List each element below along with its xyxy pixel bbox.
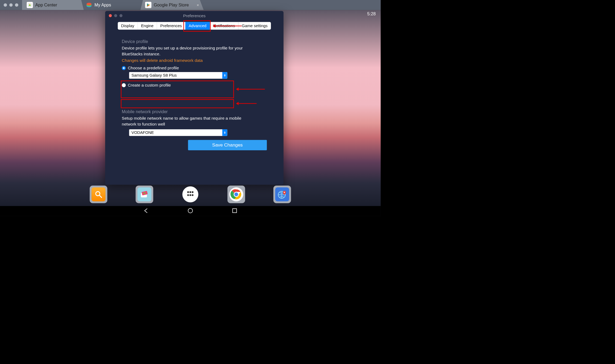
annotation-arrow-predefined bbox=[237, 89, 265, 90]
network-description: Setup mobile network name to allow games… bbox=[122, 115, 255, 127]
radio-icon bbox=[122, 66, 126, 70]
prefs-titlebar: Preferences bbox=[105, 11, 284, 20]
traffic-minimize[interactable] bbox=[9, 3, 13, 6]
chevron-updown-icon bbox=[222, 72, 227, 79]
seg-advanced[interactable]: Advanced bbox=[185, 22, 210, 30]
radio-label: Create a custom profile bbox=[128, 83, 171, 88]
network-heading: Mobile network provider bbox=[122, 109, 267, 114]
dock-media-manager[interactable] bbox=[135, 185, 153, 203]
traffic-zoom[interactable] bbox=[15, 3, 18, 6]
network-provider-select[interactable]: VODAFONE bbox=[129, 129, 227, 136]
globe-pin-icon bbox=[275, 187, 289, 201]
device-profile-description: Device profile lets you set up a device … bbox=[122, 45, 255, 57]
chevron-updown-icon bbox=[222, 129, 227, 136]
svg-point-21 bbox=[192, 194, 194, 196]
tab-app-center[interactable]: App Center bbox=[22, 0, 85, 10]
annotation-box-custom bbox=[121, 99, 234, 108]
select-value: Samsung Galaxy S8 Plus bbox=[131, 73, 177, 78]
close-icon[interactable]: × bbox=[197, 3, 199, 7]
dock bbox=[0, 183, 381, 206]
save-label: Save Changes bbox=[212, 142, 243, 148]
svg-point-16 bbox=[187, 191, 189, 193]
svg-point-19 bbox=[187, 194, 189, 196]
window-tabbar: App Center My Apps Google Play Store × bbox=[0, 0, 381, 10]
svg-point-18 bbox=[192, 191, 194, 193]
svg-point-20 bbox=[189, 194, 191, 196]
svg-point-15 bbox=[143, 192, 146, 194]
prefs-segmented-control: Display Engine Preferences Advanced Noti… bbox=[118, 22, 271, 30]
nav-back-button[interactable] bbox=[143, 208, 149, 215]
device-profile-heading: Device profile bbox=[122, 39, 267, 44]
seg-display[interactable]: Display bbox=[118, 22, 138, 30]
prefs-title: Preferences bbox=[105, 13, 284, 18]
radio-label: Choose a predefined profile bbox=[128, 66, 179, 70]
media-icon bbox=[137, 187, 151, 201]
search-icon bbox=[91, 187, 105, 201]
preferences-window: Preferences Display Engine Preferences A… bbox=[105, 11, 284, 185]
dock-chrome[interactable] bbox=[227, 185, 245, 203]
seg-preferences[interactable]: Preferences bbox=[157, 22, 185, 30]
save-changes-button[interactable]: Save Changes bbox=[188, 140, 267, 150]
play-store-icon bbox=[145, 2, 152, 8]
seg-engine[interactable]: Engine bbox=[138, 22, 157, 30]
svg-point-5 bbox=[87, 3, 92, 5]
tab-label: My Apps bbox=[95, 2, 111, 8]
dock-maps[interactable] bbox=[273, 185, 291, 203]
nav-recents-button[interactable] bbox=[232, 208, 238, 215]
appcenter-icon bbox=[27, 2, 33, 8]
desktop-background: 5:28 Preferences Display Engine Preferen… bbox=[0, 10, 381, 216]
nav-home-button[interactable] bbox=[187, 208, 193, 215]
predefined-profile-select[interactable]: Samsung Galaxy S8 Plus bbox=[129, 72, 227, 79]
bluestacks-icon bbox=[86, 2, 92, 8]
svg-line-12 bbox=[99, 195, 102, 198]
chrome-icon bbox=[229, 187, 243, 201]
svg-point-26 bbox=[284, 192, 285, 193]
annotation-arrow-advanced bbox=[213, 26, 242, 26]
android-nav-bar bbox=[0, 206, 381, 216]
apps-icon bbox=[182, 186, 198, 202]
traffic-close[interactable] bbox=[4, 3, 7, 6]
radio-predefined-profile[interactable]: Choose a predefined profile bbox=[122, 66, 267, 70]
radio-custom-profile[interactable]: Create a custom profile bbox=[122, 83, 267, 88]
tab-google-play-store[interactable]: Google Play Store × bbox=[140, 0, 203, 10]
tab-my-apps[interactable]: My Apps bbox=[81, 0, 144, 10]
status-time: 5:28 bbox=[367, 11, 376, 16]
svg-rect-28 bbox=[233, 209, 237, 213]
tab-label: Google Play Store bbox=[154, 2, 189, 8]
device-profile-warning: Changes will delete android framework da… bbox=[122, 58, 267, 63]
svg-point-17 bbox=[189, 191, 191, 193]
tab-label: App Center bbox=[35, 2, 57, 8]
svg-point-27 bbox=[188, 208, 193, 213]
window-traffic-lights bbox=[0, 0, 22, 10]
seg-game-settings[interactable]: Game settings bbox=[238, 22, 271, 30]
radio-icon bbox=[122, 83, 126, 87]
select-value: VODAFONE bbox=[131, 130, 154, 135]
dock-search[interactable] bbox=[90, 185, 108, 203]
svg-rect-1 bbox=[29, 5, 31, 6]
dock-app-drawer[interactable] bbox=[181, 185, 199, 203]
annotation-arrow-custom bbox=[237, 103, 256, 104]
